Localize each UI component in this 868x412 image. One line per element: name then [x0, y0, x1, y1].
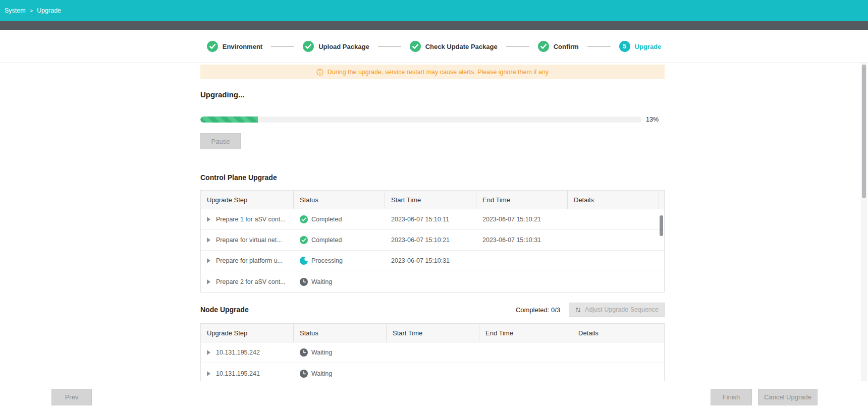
upgrade-notice-banner: During the upgrade, service restart may … [200, 65, 665, 79]
waiting-icon [300, 278, 308, 286]
breadcrumb-system[interactable]: System [5, 7, 26, 14]
step-upload-package: Upload Package [303, 41, 369, 52]
column-header-status: Status [294, 324, 387, 342]
column-header-end-time: End Time [479, 324, 572, 342]
control-plane-title: Control Plane Upgrade [200, 173, 665, 182]
status-label: Waiting [311, 278, 332, 285]
table-row: Prepare for platform u...Processing2023-… [201, 251, 664, 271]
adjust-upgrade-sequence-button[interactable]: Adjust Upgrade Sequence [569, 303, 665, 317]
notice-text: During the upgrade, service restart may … [328, 69, 549, 76]
column-header-start-time: Start Time [385, 191, 476, 209]
table-row: Prepare 1 for aSV cont...Completed2023-0… [201, 209, 664, 230]
status-label: Completed [311, 216, 342, 223]
step-connector [587, 46, 611, 47]
processing-icon [300, 257, 308, 265]
waiting-icon [300, 348, 308, 357]
control-plane-table: Upgrade StepStatusStart TimeEnd TimeDeta… [200, 190, 665, 292]
check-icon [207, 41, 218, 52]
step-confirm: Confirm [538, 41, 579, 52]
step-number-badge: 5 [619, 41, 630, 52]
breadcrumb-upgrade: Upgrade [37, 7, 61, 14]
start-time-cell: 2023-06-07 15:10:31 [385, 257, 476, 264]
scrollbar-strip-header [659, 191, 665, 209]
status-label: Waiting [311, 370, 332, 377]
table-row: 10.131.195.241Waiting [201, 363, 664, 381]
table-body: 10.131.195.242Waiting10.131.195.241Waiti… [201, 342, 664, 381]
sort-arrows-icon [575, 307, 581, 313]
start-time-cell: 2023-06-07 15:10:21 [385, 237, 476, 244]
status-label: Completed [311, 237, 342, 244]
expand-arrow-icon[interactable] [207, 371, 210, 376]
completed-icon [300, 236, 308, 244]
step-upgrade: 5Upgrade [619, 41, 662, 52]
check-icon [303, 41, 314, 52]
completed-icon [300, 215, 308, 223]
column-header-details: Details [568, 191, 659, 209]
upgrade-step-label: Prepare for platform u... [216, 257, 283, 264]
step-label: Upload Package [318, 43, 369, 50]
step-label: Check Update Package [425, 43, 498, 50]
prev-button[interactable]: Prev [51, 389, 92, 405]
expand-arrow-icon[interactable] [207, 350, 210, 355]
expand-arrow-icon[interactable] [207, 217, 210, 222]
upgrade-step-label: Prepare 2 for aSV cont... [216, 278, 286, 285]
node-table-wrap: Upgrade StepStatusStart TimeEnd TimeDeta… [200, 323, 665, 381]
control-plane-table-wrap: Upgrade StepStatusStart TimeEnd TimeDeta… [200, 190, 665, 292]
node-upgrade-title: Node Upgrade [200, 306, 249, 314]
check-icon [410, 41, 421, 52]
cancel-upgrade-button[interactable]: Cancel Upgrade [758, 389, 818, 405]
page-title: Upgrading... [200, 90, 665, 99]
info-icon [316, 69, 323, 76]
column-header-start-time: Start Time [387, 324, 479, 342]
table-row: Prepare 2 for aSV cont...Waiting [201, 271, 664, 292]
wizard-steps-band: EnvironmentUpload PackageCheck Update Pa… [0, 30, 868, 63]
expand-arrow-icon[interactable] [207, 279, 210, 284]
column-header-upgrade-step: Upgrade Step [201, 324, 294, 342]
column-header-upgrade-step: Upgrade Step [201, 191, 294, 209]
column-header-details: Details [572, 324, 664, 342]
table-header: Upgrade StepStatusStart TimeEnd TimeDeta… [201, 191, 664, 209]
waiting-icon [300, 370, 308, 378]
adjust-button-label: Adjust Upgrade Sequence [585, 306, 659, 313]
column-header-status: Status [294, 191, 385, 209]
page-scrollbar [861, 63, 867, 381]
progress-bar [200, 116, 642, 123]
step-environment: Environment [207, 41, 262, 52]
table-scrollbar-thumb[interactable] [660, 215, 663, 236]
breadcrumb-separator: > [30, 8, 33, 14]
completed-count: Completed: 0/3 [516, 306, 560, 314]
node-upgrade-header: Node Upgrade Completed: 0/3 Adjust Upgra… [200, 303, 665, 317]
upgrade-step-label: 10.131.195.242 [216, 349, 260, 356]
step-label: Confirm [554, 43, 579, 50]
progress-row: 13% [200, 116, 665, 123]
step-connector [271, 46, 294, 47]
pause-button[interactable]: Pause [200, 133, 241, 149]
step-connector [506, 46, 529, 47]
table-row: Prepare for virtual net...Completed2023-… [201, 230, 664, 251]
status-label: Processing [311, 257, 343, 264]
start-time-cell: 2023-06-07 15:10:11 [385, 216, 476, 223]
stepper: EnvironmentUpload PackageCheck Update Pa… [207, 41, 662, 52]
step-connector [378, 46, 401, 47]
finish-button[interactable]: Finish [711, 389, 752, 405]
node-upgrade-table: Upgrade StepStatusStart TimeEnd TimeDeta… [200, 323, 665, 381]
page-scrollbar-thumb[interactable] [862, 65, 866, 198]
table-row: 10.131.195.242Waiting [201, 342, 664, 363]
step-label: Environment [223, 43, 262, 50]
end-time-cell: 2023-06-07 15:10:31 [476, 237, 568, 244]
top-header-bar: System > Upgrade [0, 0, 868, 21]
secondary-dark-bar [0, 21, 868, 30]
upgrade-step-label: Prepare 1 for aSV cont... [216, 216, 286, 223]
step-check-update-package: Check Update Package [410, 41, 498, 52]
main-content: During the upgrade, service restart may … [0, 63, 868, 381]
upgrade-step-label: Prepare for virtual net... [216, 237, 282, 244]
expand-arrow-icon[interactable] [207, 258, 210, 263]
end-time-cell: 2023-06-07 15:10:21 [476, 216, 568, 223]
table-header: Upgrade StepStatusStart TimeEnd TimeDeta… [201, 324, 664, 342]
column-header-end-time: End Time [476, 191, 568, 209]
upgrade-step-label: 10.131.195.241 [216, 370, 260, 377]
check-icon [538, 41, 549, 52]
expand-arrow-icon[interactable] [207, 238, 210, 243]
step-label: Upgrade [635, 43, 662, 50]
progress-fill [200, 116, 258, 123]
